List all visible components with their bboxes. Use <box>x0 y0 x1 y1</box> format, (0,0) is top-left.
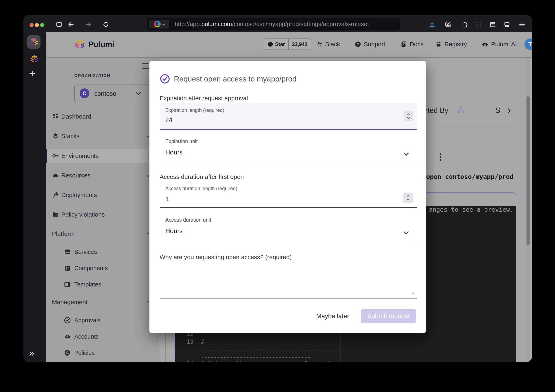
address-bar[interactable]: http://app.pulumi.com/contoso/esc/myapp/… <box>147 18 400 30</box>
sidebar-item-stacks[interactable]: Stacks <box>46 129 159 143</box>
sidebar-group-management[interactable]: Management <box>46 296 159 309</box>
sidebar-item-dashboard[interactable]: Dashboard <box>46 110 159 123</box>
sidebar-toggle-icon[interactable] <box>56 21 63 28</box>
number-stepper[interactable] <box>403 192 413 203</box>
tab-grid-icon[interactable] <box>475 21 482 28</box>
workspace-dock: + » <box>23 32 46 362</box>
workspace-tile-icon[interactable] <box>30 54 39 63</box>
reload-icon[interactable] <box>102 21 109 28</box>
active-workspace-tile[interactable] <box>27 35 41 49</box>
user-avatar[interactable]: T <box>525 38 532 50</box>
zoom-window-button[interactable] <box>40 23 44 27</box>
chevron-down-icon <box>136 90 141 95</box>
browser-window: http://app.pulumi.com/contoso/esc/myapp/… <box>23 15 532 362</box>
forward-icon[interactable] <box>85 21 92 28</box>
field-label: Access duration length (required) <box>165 186 237 191</box>
sidebar-item-deployments[interactable]: Deployments <box>46 188 159 202</box>
sidebar-item-services[interactable]: Services <box>46 245 159 259</box>
nav-link-docs[interactable]: Docs <box>401 41 424 48</box>
sidebar-group-platform[interactable]: Platform <box>46 227 159 241</box>
nav-link-slack[interactable]: Slack <box>316 41 340 48</box>
key-icon <box>52 152 59 160</box>
submit-request-button[interactable]: Submit request <box>361 309 416 323</box>
expand-dock-button[interactable]: » <box>29 347 34 358</box>
modal-title: Request open access to myapp/prod <box>174 75 297 83</box>
chevron-down-icon <box>162 23 165 25</box>
sidebar-item-policy-violations[interactable]: Policy violations <box>46 208 159 221</box>
sidebar-item-approvals[interactable]: Approvals <box>46 314 159 327</box>
sidebar-item-accounts[interactable]: Accounts <box>46 330 159 343</box>
app-top-nav: Pulumi Star 23,942 Slack ? Support Docs … <box>46 32 532 58</box>
rocket-icon <box>52 191 59 199</box>
shield-search-icon <box>64 349 71 356</box>
scrollbar-thumb[interactable] <box>526 96 530 245</box>
extensions-icon[interactable] <box>461 21 468 28</box>
tab-overview-icon[interactable] <box>504 21 511 28</box>
sidebar-item-templates[interactable]: Templates <box>46 278 159 291</box>
divider <box>165 333 166 362</box>
cloud-icon <box>52 172 59 179</box>
stepper-down-icon[interactable] <box>407 116 410 119</box>
resize-handle-icon[interactable] <box>409 289 415 296</box>
org-avatar: C <box>80 89 89 98</box>
field-underline <box>160 162 417 162</box>
chevron-down-icon[interactable] <box>403 151 409 156</box>
templates-icon <box>64 281 71 288</box>
back-icon[interactable] <box>67 21 74 28</box>
reason-textarea[interactable] <box>160 262 417 298</box>
field-underline <box>160 207 417 208</box>
maybe-later-button[interactable]: Maybe later <box>310 312 355 320</box>
hierarchy-icon[interactable] <box>456 104 466 114</box>
stepper-up-icon[interactable] <box>407 195 409 198</box>
github-star-badge[interactable]: Star 23,942 <box>264 38 311 50</box>
registry-box-icon <box>435 41 442 47</box>
chevron-down-icon[interactable] <box>403 229 409 234</box>
sidebar-item-resources[interactable]: Resources <box>46 169 159 182</box>
access-length-input[interactable]: 1 <box>165 195 169 203</box>
sidebar-item-components[interactable]: Components <box>46 261 159 275</box>
check-circle-icon <box>64 317 71 324</box>
sidebar-collapse-icon[interactable] <box>142 63 149 70</box>
site-search-chip[interactable] <box>149 20 169 29</box>
stacks-icon <box>52 133 59 140</box>
request-open-access-modal: Request open access to myapp/prod Expira… <box>149 61 426 333</box>
stepper-up-icon[interactable] <box>407 113 410 116</box>
pulumi-logo[interactable]: Pulumi <box>74 39 114 50</box>
folder-icon <box>52 211 59 218</box>
pulumi-cube-icon <box>74 39 85 50</box>
menu-icon[interactable] <box>518 21 526 28</box>
expiration-length-input[interactable]: 24 <box>165 116 172 124</box>
nav-link-pulumi-ai[interactable]: Pulumi AI <box>482 41 517 48</box>
sidebar-item-environments[interactable]: Environments <box>46 149 159 163</box>
expiration-length-field[interactable]: Expiration length (required) 24 <box>160 103 417 130</box>
field-underline <box>160 240 417 240</box>
field-label: Expiration length (required) <box>165 107 224 113</box>
archive-box-icon[interactable] <box>489 21 496 28</box>
code-comment: # Main configuration - set configuration <box>201 360 338 362</box>
brand-name: Pulumi <box>88 40 114 49</box>
nav-link-support[interactable]: ? Support <box>355 41 385 48</box>
nav-link-registry[interactable]: Registry <box>435 41 467 48</box>
dashboard-icon <box>52 113 59 120</box>
expiration-unit-select[interactable]: Hours <box>165 148 183 156</box>
add-workspace-button[interactable]: + <box>29 67 35 80</box>
svg-text:?: ? <box>357 42 359 46</box>
number-stepper[interactable] <box>404 111 413 121</box>
star-segment[interactable]: Star <box>264 39 288 50</box>
url-text[interactable]: http://app.pulumi.com/contoso/esc/myapp/… <box>175 21 369 28</box>
cli-command-partial: open contoso/myapp/prod <box>426 173 513 180</box>
github-icon <box>267 41 273 47</box>
cloud-download-icon <box>64 333 71 340</box>
downloads-icon[interactable] <box>429 21 436 28</box>
kebab-menu-icon[interactable] <box>437 153 444 162</box>
sidebar-item-policies[interactable]: Policies <box>46 346 159 360</box>
close-window-button[interactable] <box>29 23 34 27</box>
access-section-heading: Access duration after first open <box>160 173 244 180</box>
profile-icon[interactable] <box>445 21 451 28</box>
star-label: Star <box>275 41 285 47</box>
stepper-down-icon[interactable] <box>407 198 409 200</box>
access-unit-select[interactable]: Hours <box>165 227 183 235</box>
star-count[interactable]: 23,942 <box>288 39 311 50</box>
minimize-window-button[interactable] <box>35 23 39 27</box>
field-label: Expiration unit <box>165 138 197 144</box>
